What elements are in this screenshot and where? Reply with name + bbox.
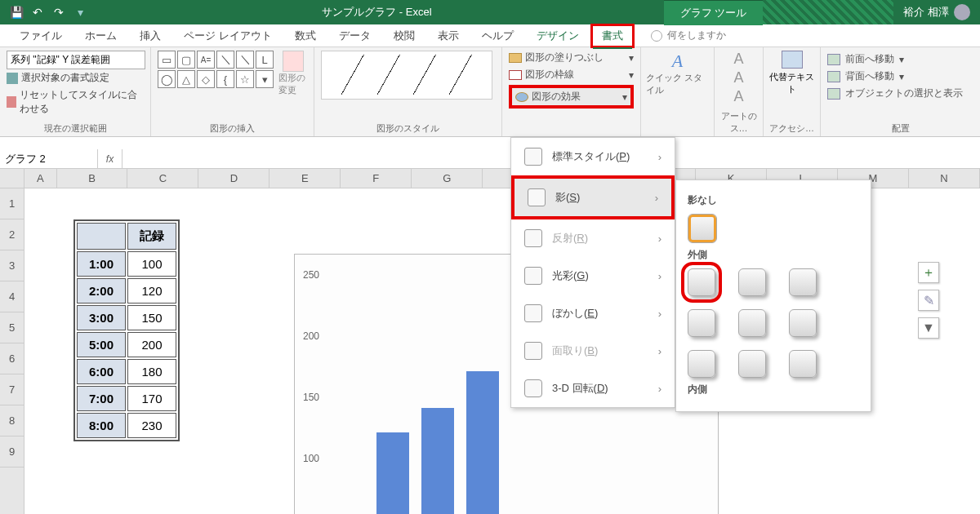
fill-icon [509, 53, 522, 63]
row-header[interactable]: 8 [0, 405, 24, 436]
titlebar-pattern [763, 0, 893, 24]
row-header[interactable]: 5 [0, 312, 24, 343]
menu-preset[interactable]: 標準スタイル(P)› [511, 138, 675, 175]
shadow-option[interactable] [789, 350, 817, 378]
row-header[interactable]: 6 [0, 343, 24, 374]
col-header[interactable]: C [127, 169, 198, 188]
tell-me-label: 何をしますか [667, 29, 726, 42]
y-tick: 200 [303, 330, 319, 342]
shadow-option[interactable] [789, 268, 817, 296]
tab-review[interactable]: 校閲 [382, 24, 426, 48]
group-shape-insert: ▭▢A=＼＼L ◯△◇{☆▾ 図形の変更 図形の挿入 [151, 47, 314, 136]
title-bar: 💾 ↶ ↷ ▾ サンプルグラフ - Excel グラフ ツール 裕介 相澤 [0, 0, 980, 24]
shadow-option[interactable] [738, 268, 766, 296]
tell-me[interactable]: 何をしますか [651, 29, 726, 42]
tab-insert[interactable]: 挿入 [128, 24, 172, 48]
menu-glow[interactable]: 光彩(G)› [511, 257, 675, 295]
undo-icon[interactable]: ↶ [28, 2, 47, 22]
group-current-selection: 系列 "記録" Y 誤差範囲 選択対象の書式設定 リセットしてスタイルに合わせる… [0, 47, 151, 136]
tab-format[interactable]: 書式 [590, 24, 635, 48]
chart-element-selector[interactable]: 系列 "記録" Y 誤差範囲 [7, 51, 145, 69]
tab-help[interactable]: ヘルプ [470, 24, 525, 48]
qat-more-icon[interactable]: ▾ [70, 2, 90, 22]
outline-icon [509, 70, 522, 80]
shape-fill-button[interactable]: 図形の塗りつぶし ▾ [509, 51, 634, 64]
save-icon[interactable]: 💾 [7, 2, 26, 22]
shadow-option[interactable] [688, 350, 715, 378]
col-header[interactable]: D [198, 169, 270, 188]
tab-formula[interactable]: 数式 [283, 24, 327, 48]
row-header[interactable]: 9 [0, 436, 24, 467]
chart-styles-icon[interactable]: ✎ [918, 290, 939, 311]
group-wordart: AAA アートのス… [715, 47, 764, 136]
group-label: アクセシ… [769, 121, 814, 135]
quick-style-button[interactable]: A クイック スタイル [646, 51, 709, 96]
menu-shadow[interactable]: 影(S)› [511, 175, 675, 219]
col-header[interactable]: N [909, 169, 980, 188]
forward-icon [827, 54, 840, 65]
chart-bar [376, 432, 409, 514]
shape-outline-button[interactable]: 図形の枠線 ▾ [509, 68, 634, 82]
group-label: 配置 [827, 121, 973, 135]
col-header[interactable]: A [24, 169, 57, 188]
chart-bar [466, 371, 499, 514]
fx-button[interactable]: fx [98, 149, 122, 168]
shadow-option[interactable] [738, 309, 766, 337]
menu-bevel[interactable]: 面取り(B)› [511, 332, 675, 370]
line-style-gallery[interactable] [321, 51, 492, 100]
tab-data[interactable]: データ [327, 24, 382, 48]
menu-3d-rotation[interactable]: 3-D 回転(D)› [511, 370, 675, 407]
shadow-option[interactable] [688, 309, 715, 337]
alt-text-button[interactable]: 代替テキスト [768, 51, 815, 95]
tab-file[interactable]: ファイル [8, 24, 74, 48]
selection-pane-icon [827, 88, 840, 100]
send-backward-button[interactable]: 背面へ移動 ▾ [827, 68, 973, 85]
row-header[interactable]: 3 [0, 250, 24, 281]
row-header[interactable]: 4 [0, 281, 24, 312]
group-quick-style: A クイック スタイル [641, 47, 715, 136]
name-box[interactable]: グラフ 2 [0, 149, 98, 168]
row-header[interactable]: 1 [0, 188, 24, 219]
shape-effects-button[interactable]: 図形の効果 ▾ [509, 85, 634, 109]
change-shape-icon[interactable] [283, 51, 304, 72]
chart-add-element-icon[interactable]: ＋ [918, 262, 939, 283]
user-name: 裕介 相澤 [903, 5, 949, 20]
col-header[interactable]: B [57, 169, 128, 188]
col-header[interactable]: G [412, 169, 483, 188]
bring-forward-button[interactable]: 前面へ移動 ▾ [827, 51, 973, 68]
shape-gallery[interactable]: ▭▢A=＼＼L ◯△◇{☆▾ [158, 51, 274, 96]
redo-icon[interactable]: ↷ [49, 2, 69, 22]
avatar-icon [954, 4, 970, 20]
tab-layout[interactable]: ページ レイアウト [172, 24, 283, 48]
table-header: 記録 [127, 223, 176, 250]
tab-home[interactable]: ホーム [74, 24, 128, 48]
reset-icon [7, 96, 16, 108]
ribbon-tabs: ファイル ホーム 挿入 ページ レイアウト 数式 データ 校閲 表示 ヘルプ デ… [0, 24, 980, 47]
shadow-option[interactable] [738, 350, 766, 378]
tab-view[interactable]: 表示 [426, 24, 470, 48]
chart-floating-buttons: ＋ ✎ ▼ [918, 262, 939, 339]
row-header[interactable]: 2 [0, 219, 24, 250]
shadow-outer-label: 外側 [688, 248, 859, 262]
data-table[interactable]: 記録 1:00100 2:00120 3:00150 5:00200 6:001… [74, 219, 180, 441]
effects-icon [515, 92, 528, 102]
y-tick: 100 [303, 453, 319, 464]
menu-reflection[interactable]: 反射(R)› [511, 219, 675, 257]
menu-soft-edges[interactable]: ぼかし(E)› [511, 295, 675, 332]
window-title: サンプルグラフ - Excel [90, 5, 664, 20]
shadow-option[interactable] [688, 268, 715, 296]
user-account[interactable]: 裕介 相澤 [893, 4, 980, 20]
row-header[interactable]: 7 [0, 374, 24, 405]
selection-pane-button[interactable]: オブジェクトの選択と表示 [827, 85, 973, 102]
backward-icon [827, 71, 840, 82]
y-tick: 250 [303, 269, 319, 281]
group-arrange: 前面へ移動 ▾ 背面へ移動 ▾ オブジェクトの選択と表示 配置 [821, 47, 980, 136]
chart-filter-icon[interactable]: ▼ [918, 317, 939, 339]
col-header[interactable]: F [341, 169, 412, 188]
col-header[interactable]: E [270, 169, 341, 188]
shadow-option[interactable] [789, 309, 817, 337]
format-selection-button[interactable]: 選択対象の書式設定 [7, 69, 144, 86]
tab-design[interactable]: デザイン [525, 24, 590, 48]
shadow-none-option[interactable] [688, 214, 717, 243]
reset-style-button[interactable]: リセットしてスタイルに合わせる [7, 86, 144, 117]
